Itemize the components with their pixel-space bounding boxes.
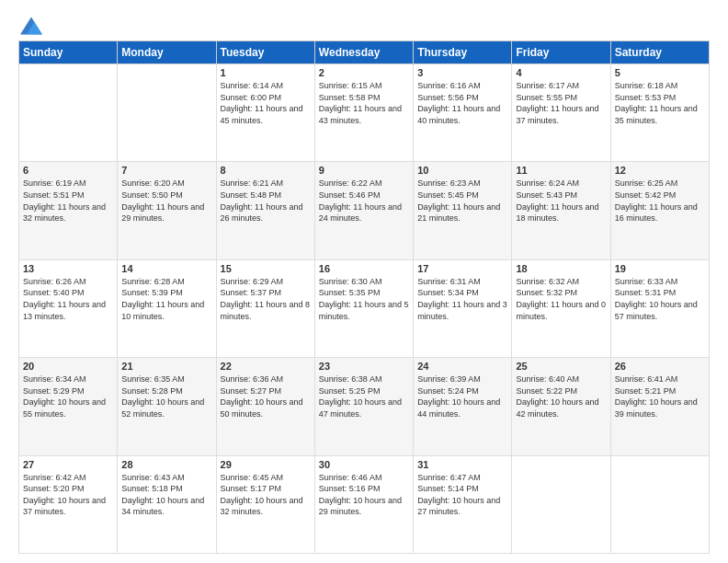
calendar-cell: 10Sunrise: 6:23 AMSunset: 5:45 PMDayligh…	[414, 162, 512, 259]
day-info: Sunrise: 6:14 AMSunset: 6:00 PMDaylight:…	[221, 81, 303, 125]
logo	[18, 17, 42, 31]
calendar-cell: 4Sunrise: 6:17 AMSunset: 5:55 PMDaylight…	[512, 64, 610, 162]
day-number: 17	[417, 263, 507, 274]
day-number: 15	[221, 263, 311, 274]
day-number: 13	[23, 263, 113, 274]
day-number: 2	[319, 67, 409, 78]
weekday-header-sunday: Sunday	[19, 41, 118, 64]
week-row-5: 27Sunrise: 6:42 AMSunset: 5:20 PMDayligh…	[19, 455, 710, 553]
day-info: Sunrise: 6:24 AMSunset: 5:43 PMDaylight:…	[516, 178, 598, 223]
day-info: Sunrise: 6:20 AMSunset: 5:50 PMDaylight:…	[121, 178, 204, 223]
week-row-2: 6Sunrise: 6:19 AMSunset: 5:51 PMDaylight…	[19, 162, 710, 259]
day-info: Sunrise: 6:31 AMSunset: 5:34 PMDaylight:…	[417, 277, 507, 321]
day-info: Sunrise: 6:16 AMSunset: 5:56 PMDaylight:…	[417, 81, 500, 125]
weekday-header-wednesday: Wednesday	[314, 41, 413, 64]
calendar-cell	[512, 455, 610, 553]
calendar-cell: 12Sunrise: 6:25 AMSunset: 5:42 PMDayligh…	[610, 162, 709, 259]
day-info: Sunrise: 6:36 AMSunset: 5:27 PMDaylight:…	[221, 374, 303, 419]
weekday-header-tuesday: Tuesday	[216, 41, 314, 64]
calendar-cell: 14Sunrise: 6:28 AMSunset: 5:39 PMDayligh…	[118, 259, 216, 357]
calendar-cell: 31Sunrise: 6:47 AMSunset: 5:14 PMDayligh…	[414, 455, 512, 553]
calendar-cell: 9Sunrise: 6:22 AMSunset: 5:46 PMDaylight…	[314, 162, 413, 259]
calendar-cell: 18Sunrise: 6:32 AMSunset: 5:32 PMDayligh…	[512, 259, 610, 357]
day-number: 20	[23, 361, 113, 372]
day-info: Sunrise: 6:26 AMSunset: 5:40 PMDaylight:…	[23, 277, 106, 321]
calendar-cell: 19Sunrise: 6:33 AMSunset: 5:31 PMDayligh…	[610, 259, 709, 357]
day-info: Sunrise: 6:28 AMSunset: 5:39 PMDaylight:…	[121, 277, 204, 321]
day-number: 22	[221, 361, 311, 372]
day-number: 16	[319, 263, 409, 274]
calendar-cell: 27Sunrise: 6:42 AMSunset: 5:20 PMDayligh…	[19, 455, 118, 553]
weekday-header-saturday: Saturday	[610, 41, 709, 64]
calendar-cell: 25Sunrise: 6:40 AMSunset: 5:22 PMDayligh…	[512, 358, 610, 455]
day-number: 19	[615, 263, 705, 274]
day-info: Sunrise: 6:45 AMSunset: 5:17 PMDaylight:…	[221, 473, 303, 517]
day-number: 12	[615, 165, 705, 176]
day-number: 18	[516, 263, 606, 274]
day-number: 9	[319, 165, 409, 176]
calendar-cell	[118, 64, 216, 162]
calendar-cell: 23Sunrise: 6:38 AMSunset: 5:25 PMDayligh…	[314, 358, 413, 455]
page: SundayMondayTuesdayWednesdayThursdayFrid…	[0, 0, 728, 563]
week-row-1: 1Sunrise: 6:14 AMSunset: 6:00 PMDaylight…	[19, 64, 710, 162]
calendar-cell: 28Sunrise: 6:43 AMSunset: 5:18 PMDayligh…	[118, 455, 216, 553]
calendar-cell: 30Sunrise: 6:46 AMSunset: 5:16 PMDayligh…	[314, 455, 413, 553]
day-info: Sunrise: 6:46 AMSunset: 5:16 PMDaylight:…	[319, 473, 402, 517]
logo-icon	[20, 17, 42, 35]
day-number: 5	[615, 67, 705, 78]
calendar-cell: 8Sunrise: 6:21 AMSunset: 5:48 PMDaylight…	[216, 162, 314, 259]
day-number: 6	[23, 165, 113, 176]
header	[18, 17, 710, 31]
calendar-cell: 15Sunrise: 6:29 AMSunset: 5:37 PMDayligh…	[216, 259, 314, 357]
calendar-cell: 20Sunrise: 6:34 AMSunset: 5:29 PMDayligh…	[19, 358, 118, 455]
day-info: Sunrise: 6:35 AMSunset: 5:28 PMDaylight:…	[121, 374, 204, 419]
day-info: Sunrise: 6:25 AMSunset: 5:42 PMDaylight:…	[615, 178, 698, 223]
day-number: 11	[516, 165, 606, 176]
day-info: Sunrise: 6:19 AMSunset: 5:51 PMDaylight:…	[23, 178, 106, 223]
day-number: 27	[23, 459, 113, 470]
calendar-cell	[610, 455, 709, 553]
calendar-cell: 7Sunrise: 6:20 AMSunset: 5:50 PMDaylight…	[118, 162, 216, 259]
day-info: Sunrise: 6:39 AMSunset: 5:24 PMDaylight:…	[417, 374, 500, 419]
weekday-header-thursday: Thursday	[414, 41, 512, 64]
calendar-cell: 24Sunrise: 6:39 AMSunset: 5:24 PMDayligh…	[414, 358, 512, 455]
day-info: Sunrise: 6:32 AMSunset: 5:32 PMDaylight:…	[516, 277, 606, 321]
calendar-cell: 17Sunrise: 6:31 AMSunset: 5:34 PMDayligh…	[414, 259, 512, 357]
day-number: 29	[221, 459, 311, 470]
day-number: 28	[121, 459, 211, 470]
calendar-cell: 29Sunrise: 6:45 AMSunset: 5:17 PMDayligh…	[216, 455, 314, 553]
day-info: Sunrise: 6:43 AMSunset: 5:18 PMDaylight:…	[121, 473, 204, 517]
day-number: 24	[417, 361, 507, 372]
day-number: 25	[516, 361, 606, 372]
day-info: Sunrise: 6:15 AMSunset: 5:58 PMDaylight:…	[319, 81, 402, 125]
day-info: Sunrise: 6:33 AMSunset: 5:31 PMDaylight:…	[615, 277, 698, 321]
day-number: 14	[121, 263, 211, 274]
day-info: Sunrise: 6:30 AMSunset: 5:35 PMDaylight:…	[319, 277, 409, 321]
weekday-header-monday: Monday	[118, 41, 216, 64]
day-number: 1	[221, 67, 311, 78]
day-number: 7	[121, 165, 211, 176]
day-info: Sunrise: 6:47 AMSunset: 5:14 PMDaylight:…	[417, 473, 500, 517]
calendar-cell: 22Sunrise: 6:36 AMSunset: 5:27 PMDayligh…	[216, 358, 314, 455]
day-number: 8	[221, 165, 311, 176]
calendar-cell: 11Sunrise: 6:24 AMSunset: 5:43 PMDayligh…	[512, 162, 610, 259]
day-info: Sunrise: 6:42 AMSunset: 5:20 PMDaylight:…	[23, 473, 106, 517]
day-number: 3	[417, 67, 507, 78]
day-number: 23	[319, 361, 409, 372]
day-number: 30	[319, 459, 409, 470]
day-number: 21	[121, 361, 211, 372]
calendar-cell	[19, 64, 118, 162]
day-info: Sunrise: 6:40 AMSunset: 5:22 PMDaylight:…	[516, 374, 598, 419]
calendar-cell: 21Sunrise: 6:35 AMSunset: 5:28 PMDayligh…	[118, 358, 216, 455]
day-number: 26	[615, 361, 705, 372]
calendar-table: SundayMondayTuesdayWednesdayThursdayFrid…	[18, 40, 710, 554]
week-row-4: 20Sunrise: 6:34 AMSunset: 5:29 PMDayligh…	[19, 358, 710, 455]
weekday-header-friday: Friday	[512, 41, 610, 64]
day-info: Sunrise: 6:18 AMSunset: 5:53 PMDaylight:…	[615, 81, 698, 125]
day-info: Sunrise: 6:23 AMSunset: 5:45 PMDaylight:…	[417, 178, 500, 223]
week-row-3: 13Sunrise: 6:26 AMSunset: 5:40 PMDayligh…	[19, 259, 710, 357]
day-info: Sunrise: 6:41 AMSunset: 5:21 PMDaylight:…	[615, 374, 698, 419]
day-info: Sunrise: 6:34 AMSunset: 5:29 PMDaylight:…	[23, 374, 106, 419]
calendar-cell: 1Sunrise: 6:14 AMSunset: 6:00 PMDaylight…	[216, 64, 314, 162]
day-number: 10	[417, 165, 507, 176]
